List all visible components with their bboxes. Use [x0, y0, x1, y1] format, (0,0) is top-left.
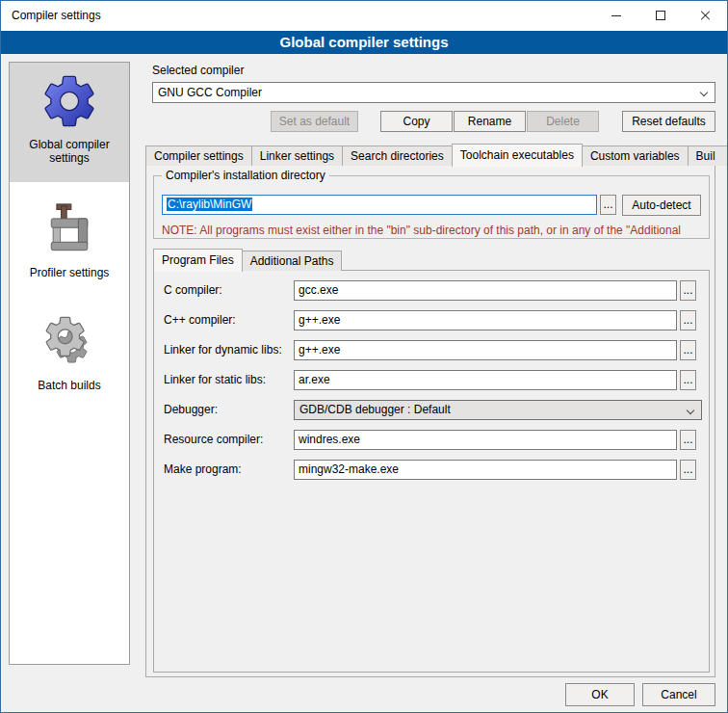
installation-directory-browse-button[interactable]: ...: [600, 195, 616, 215]
installation-directory-value: C:\raylib\MinGW: [167, 198, 252, 211]
cancel-button[interactable]: Cancel: [642, 683, 715, 706]
batch-builds-gear-icon: [39, 311, 100, 373]
titlebar: Compiler settings: [1, 1, 727, 31]
sidebar-item-label: Batch builds: [10, 379, 129, 392]
chevron-down-icon: [687, 407, 694, 414]
c-compiler-label: C compiler:: [164, 283, 222, 297]
dynamic-linker-value: g++.exe: [299, 343, 340, 356]
form-row-c-compiler: C compiler: gcc.exe ...: [154, 280, 709, 302]
resource-compiler-input[interactable]: windres.exe: [294, 430, 677, 450]
selected-compiler-label: Selected compiler: [152, 64, 244, 77]
subtab-program-files[interactable]: Program Files: [153, 249, 243, 272]
tab-search-directories[interactable]: Search directories: [342, 145, 453, 166]
minimize-icon: [611, 15, 621, 16]
form-row-debugger: Debugger: GDB/CDB debugger : Default: [154, 400, 709, 421]
debugger-dropdown[interactable]: GDB/CDB debugger : Default: [294, 400, 702, 420]
profiler-clamp-icon: [40, 202, 98, 260]
make-program-label: Make program:: [164, 462, 242, 476]
cpp-compiler-value: g++.exe: [299, 313, 340, 327]
set-as-default-button[interactable]: Set as default: [271, 111, 358, 132]
close-button[interactable]: [683, 1, 727, 30]
tab-custom-variables[interactable]: Custom variables: [582, 145, 689, 166]
tab-linker-settings[interactable]: Linker settings: [251, 145, 343, 166]
dynamic-linker-browse-button[interactable]: ...: [680, 340, 696, 360]
c-compiler-browse-button[interactable]: ...: [680, 280, 696, 301]
sidebar-item-label: Profiler settings: [10, 266, 129, 279]
maximize-icon: [656, 11, 665, 20]
auto-detect-button[interactable]: Auto-detect: [622, 195, 701, 216]
static-linker-input[interactable]: ar.exe: [294, 370, 677, 390]
make-program-value: mingw32-make.exe: [299, 462, 399, 476]
installation-directory-input[interactable]: C:\raylib\MinGW: [162, 195, 597, 215]
tab-compiler-settings[interactable]: Compiler settings: [145, 145, 252, 166]
installation-directory-group-title: Compiler's installation directory: [162, 169, 329, 182]
debugger-label: Debugger:: [164, 403, 218, 416]
sidebar-item-batch-builds[interactable]: Batch builds: [10, 304, 129, 404]
form-row-cpp-compiler: C++ compiler: g++.exe ...: [154, 310, 709, 331]
sidebar-item-label: Global compiler settings: [10, 138, 129, 165]
rename-button[interactable]: Rename: [454, 111, 526, 132]
resource-compiler-browse-button[interactable]: ...: [680, 430, 696, 450]
selected-compiler-dropdown[interactable]: GNU GCC Compiler: [152, 82, 715, 103]
program-files-panel: C compiler: gcc.exe ... C++ compiler: g+…: [153, 270, 710, 673]
cpp-compiler-input[interactable]: g++.exe: [294, 310, 677, 330]
static-linker-label: Linker for static libs:: [164, 373, 266, 386]
dialog-body: Global compiler settings Profiler settin…: [1, 54, 727, 712]
icon-wrap: [10, 311, 129, 373]
cpp-compiler-browse-button[interactable]: ...: [680, 310, 696, 330]
resource-compiler-value: windres.exe: [299, 433, 360, 446]
icon-wrap: [10, 70, 129, 132]
settings-sidebar: Global compiler settings Profiler settin…: [9, 62, 130, 665]
window-title: Compiler settings: [12, 1, 101, 31]
ok-button[interactable]: OK: [565, 683, 635, 706]
c-compiler-input[interactable]: gcc.exe: [294, 280, 677, 301]
subtab-additional-paths[interactable]: Additional Paths: [242, 251, 343, 271]
form-row-resource-compiler: Resource compiler: windres.exe ...: [154, 430, 709, 451]
caption-buttons: [594, 1, 727, 30]
installation-directory-note: NOTE: All programs must exist either in …: [162, 224, 703, 237]
sidebar-item-profiler-settings[interactable]: Profiler settings: [10, 195, 129, 291]
installation-directory-groupbox: Compiler's installation directory C:\ray…: [153, 175, 710, 239]
copy-button[interactable]: Copy: [380, 111, 453, 132]
compiler-settings-window: Compiler settings Global compiler settin…: [0, 0, 728, 713]
debugger-value: GDB/CDB debugger : Default: [299, 403, 451, 416]
dialog-header-title: Global compiler settings: [279, 34, 448, 50]
tab-toolchain-executables[interactable]: Toolchain executables: [452, 144, 583, 167]
dynamic-linker-input[interactable]: g++.exe: [294, 340, 677, 360]
sidebar-item-global-compiler-settings[interactable]: Global compiler settings: [10, 63, 129, 182]
form-row-static-linker: Linker for static libs: ar.exe ...: [154, 370, 709, 391]
icon-wrap: [10, 202, 129, 260]
settings-tabstrip: Compiler settings Linker settings Search…: [145, 145, 728, 166]
resource-compiler-label: Resource compiler:: [164, 433, 263, 446]
tab-build-options-truncated[interactable]: Buil: [688, 145, 728, 166]
form-row-dynamic-linker: Linker for dynamic libs: g++.exe ...: [154, 340, 709, 361]
static-linker-browse-button[interactable]: ...: [680, 370, 696, 390]
delete-button[interactable]: Delete: [527, 111, 599, 132]
make-program-input[interactable]: mingw32-make.exe: [294, 460, 677, 480]
compiler-gear-icon: [39, 70, 100, 132]
c-compiler-value: gcc.exe: [299, 283, 338, 297]
selected-compiler-value: GNU GCC Compiler: [158, 86, 262, 99]
chevron-down-icon: [700, 89, 708, 96]
maximize-button[interactable]: [638, 1, 683, 30]
close-icon: [699, 10, 711, 21]
form-row-make-program: Make program: mingw32-make.exe ...: [154, 460, 709, 481]
minimize-button[interactable]: [594, 1, 638, 30]
reset-defaults-button[interactable]: Reset defaults: [622, 111, 715, 132]
cpp-compiler-label: C++ compiler:: [164, 313, 236, 327]
program-files-subtabstrip: Program Files Additional Paths: [153, 250, 341, 271]
dynamic-linker-label: Linker for dynamic libs:: [164, 343, 282, 356]
make-program-browse-button[interactable]: ...: [680, 460, 696, 480]
static-linker-value: ar.exe: [299, 373, 330, 386]
dialog-header: Global compiler settings: [1, 31, 727, 54]
